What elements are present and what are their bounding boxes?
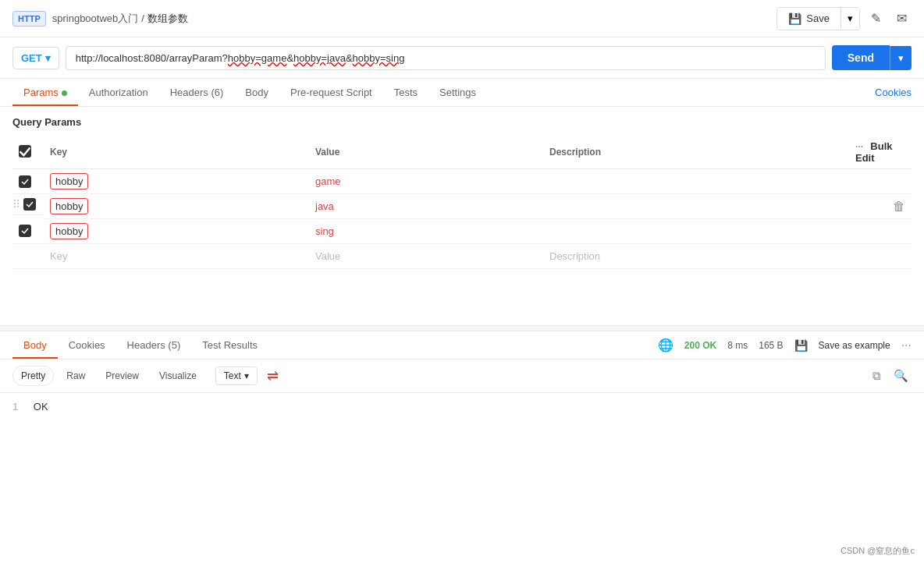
- response-divider: [0, 325, 924, 331]
- row2-key[interactable]: hobby: [50, 198, 88, 214]
- breadcrumb-separator: /: [141, 12, 144, 24]
- params-active-dot: [62, 90, 67, 96]
- method-label: GET: [21, 52, 42, 64]
- url-sep1: &: [286, 52, 293, 64]
- row1-checkbox[interactable]: [19, 175, 31, 188]
- body-actions: ⧉ 🔍: [869, 366, 912, 386]
- tab-pre-request-script[interactable]: Pre-request Script: [279, 79, 383, 106]
- save-dropdown-button[interactable]: ▾: [840, 8, 859, 29]
- url-param1: hobby=game: [228, 52, 287, 64]
- body-toolbar: Pretty Raw Preview Visualize Text ▾ ⇌ ⧉ …: [0, 359, 924, 393]
- more-options-icon[interactable]: ···: [855, 141, 863, 152]
- line-number-1: 1: [12, 401, 18, 413]
- edit-button[interactable]: ✎: [866, 6, 886, 30]
- drag-handle-icon[interactable]: ⠿: [12, 198, 20, 211]
- row1-description: [543, 169, 849, 194]
- comment-icon: ✉: [897, 12, 907, 25]
- copy-button[interactable]: ⧉: [869, 366, 884, 386]
- save-button-group: 💾 Save ▾: [777, 7, 860, 30]
- breadcrumb-current: 数组参数: [147, 12, 188, 26]
- response-size: 165 B: [759, 340, 783, 351]
- row3-value[interactable]: sing: [315, 225, 334, 237]
- placeholder-key[interactable]: Key: [44, 244, 309, 269]
- url-input[interactable]: http://localhost:8080/arrayParam?hobby=g…: [66, 46, 826, 70]
- response-more-icon[interactable]: ···: [901, 338, 912, 352]
- response-status-area: 🌐 200 OK 8 ms 165 B 💾 Save as example ··…: [658, 338, 912, 352]
- tab-body[interactable]: Body: [234, 79, 279, 106]
- query-params-section: Query Params Key Value Description ··· B…: [0, 107, 924, 325]
- request-tabs: Params Authorization Headers (6) Body Pr…: [0, 79, 924, 107]
- body-tab-pretty[interactable]: Pretty: [12, 366, 54, 386]
- placeholder-desc[interactable]: Description: [543, 244, 849, 269]
- format-select[interactable]: Text ▾: [215, 366, 258, 385]
- placeholder-row: Key Value Description: [12, 244, 912, 269]
- response-time: 8 ms: [727, 340, 748, 351]
- select-all-checkbox[interactable]: [19, 145, 31, 158]
- top-bar-actions: 💾 Save ▾ ✎ ✉: [777, 6, 912, 30]
- wrap-icon[interactable]: ⇌: [267, 367, 279, 384]
- edit-icon: ✎: [871, 12, 881, 25]
- body-tab-preview[interactable]: Preview: [98, 366, 147, 385]
- key-column-header: Key: [44, 136, 309, 169]
- tab-authorization[interactable]: Authorization: [78, 79, 159, 106]
- url-param3: hobby=sing: [353, 52, 405, 64]
- response-tabs-bar: Body Cookies Headers (5) Test Results 🌐 …: [0, 331, 924, 359]
- row3-checkbox[interactable]: [19, 225, 31, 237]
- url-bar: GET ▾ http://localhost:8080/arrayParam?h…: [0, 37, 924, 79]
- params-table: Key Value Description ··· Bulk Edit hobb…: [12, 136, 912, 269]
- tab-headers[interactable]: Headers (6): [159, 79, 235, 106]
- body-tab-raw[interactable]: Raw: [59, 366, 93, 385]
- send-dropdown-button[interactable]: ▾: [890, 46, 912, 70]
- row3-key[interactable]: hobby: [50, 223, 88, 239]
- row1-key[interactable]: hobby: [50, 173, 88, 189]
- placeholder-value[interactable]: Value: [309, 244, 543, 269]
- url-param2: hobby=java: [293, 52, 346, 64]
- send-button[interactable]: Send: [832, 45, 890, 70]
- value-column-header: Value: [309, 136, 543, 169]
- table-row: hobby sing: [12, 219, 912, 244]
- row1-actions: [849, 169, 912, 194]
- save-example-button[interactable]: Save as example: [819, 340, 890, 351]
- response-tab-cookies[interactable]: Cookies: [58, 331, 116, 359]
- method-chevron-icon: ▾: [45, 52, 51, 64]
- code-area: 1 OK: [0, 393, 924, 420]
- globe-icon: 🌐: [658, 338, 673, 352]
- row3-actions: [849, 219, 912, 244]
- response-tab-test-results[interactable]: Test Results: [191, 331, 268, 359]
- breadcrumb-parent: springbootweb入门: [52, 12, 139, 26]
- http-badge: HTTP: [12, 11, 46, 27]
- url-sep2: &: [346, 52, 353, 64]
- status-ok: 200 OK: [684, 340, 716, 351]
- row1-value[interactable]: game: [315, 175, 341, 187]
- save-button[interactable]: 💾 Save: [777, 8, 840, 30]
- tab-params[interactable]: Params: [12, 79, 78, 106]
- row2-description: [543, 194, 849, 219]
- row2-actions: 🗑: [849, 194, 912, 219]
- row3-description: [543, 219, 849, 244]
- row2-checkbox[interactable]: [23, 198, 36, 211]
- response-tab-body[interactable]: Body: [12, 331, 58, 359]
- cookies-link[interactable]: Cookies: [875, 87, 912, 98]
- row2-value[interactable]: java: [315, 200, 334, 212]
- method-select[interactable]: GET ▾: [12, 47, 59, 69]
- top-bar: HTTP springbootweb入门 / 数组参数 💾 Save ▾ ✎ ✉: [0, 0, 924, 37]
- body-tab-visualize[interactable]: Visualize: [151, 366, 204, 385]
- delete-row2-button[interactable]: 🗑: [893, 200, 905, 213]
- send-button-group: Send ▾: [832, 45, 912, 70]
- response-tab-headers[interactable]: Headers (5): [116, 331, 192, 359]
- table-row: hobby game: [12, 169, 912, 194]
- watermark: CSDN @窒息的鱼c: [840, 545, 915, 557]
- chevron-down-icon: ▾: [848, 12, 853, 24]
- tab-tests[interactable]: Tests: [383, 79, 428, 106]
- send-chevron-icon: ▾: [898, 52, 904, 64]
- comment-button[interactable]: ✉: [892, 6, 912, 30]
- description-column-header: Description: [543, 136, 849, 169]
- code-line-1: OK: [34, 401, 48, 413]
- tab-settings[interactable]: Settings: [428, 79, 487, 106]
- save-example-icon: 💾: [794, 339, 808, 352]
- table-row: ⠿ hobby java 🗑: [12, 194, 912, 219]
- format-label: Text: [224, 370, 241, 381]
- search-button[interactable]: 🔍: [890, 366, 912, 386]
- breadcrumb: springbootweb入门 / 数组参数: [52, 12, 188, 26]
- bulk-edit-area: ··· Bulk Edit: [849, 136, 912, 169]
